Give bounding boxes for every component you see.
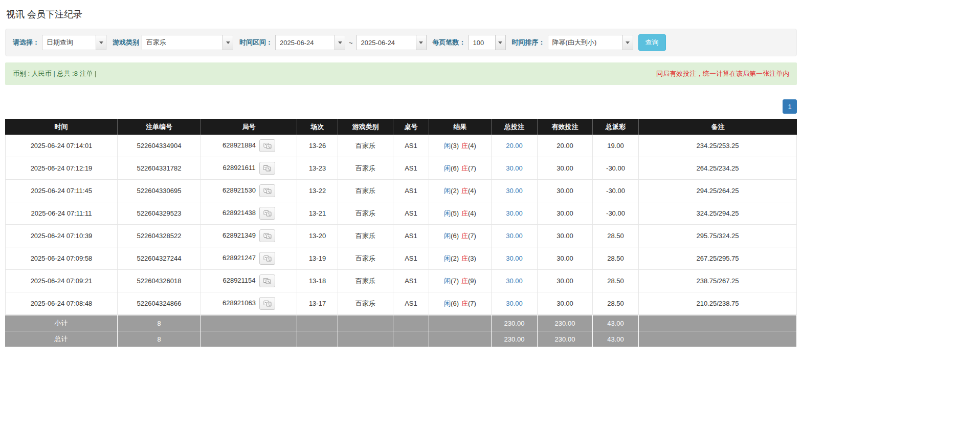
select-mode-caret-button[interactable]	[96, 35, 106, 50]
cell-empty	[429, 315, 492, 331]
dice-cards-icon	[263, 300, 272, 307]
cell-round: 628921438	[201, 202, 297, 225]
cell-empty	[393, 331, 429, 347]
dice-cards-icon	[263, 187, 272, 194]
view-game-detail-button[interactable]	[259, 229, 275, 242]
view-game-detail-button[interactable]	[259, 207, 275, 220]
view-game-detail-button[interactable]	[259, 139, 275, 152]
cell-bet-id: 522604329523	[118, 202, 201, 225]
cell-empty	[429, 331, 492, 347]
banker-result: 庄	[461, 232, 468, 240]
cell-valid-bet: 30.00	[538, 180, 593, 202]
cell-round: 628921884	[201, 135, 297, 157]
time-sort-combo	[548, 35, 633, 50]
cell-empty	[393, 315, 429, 331]
valid-bet-notice: 同局有效投注，统一计算在该局第一张注单内	[656, 69, 789, 78]
col-table-no: 桌号	[393, 119, 429, 135]
subtotal-valid-bet: 230.00	[538, 315, 593, 331]
round-number: 628921154	[222, 277, 255, 284]
cell-session: 13-23	[297, 157, 338, 180]
page-1-button[interactable]: 1	[783, 99, 797, 114]
cell-valid-bet: 30.00	[538, 247, 593, 270]
round-number: 628921530	[222, 186, 256, 194]
cell-session: 13-26	[297, 135, 338, 157]
query-button[interactable]: 查询	[638, 34, 666, 51]
select-mode-input[interactable]	[42, 35, 96, 50]
total-bet-link[interactable]: 30.00	[506, 277, 523, 285]
banker-result: 庄	[461, 209, 468, 217]
page-size-input[interactable]	[469, 35, 495, 50]
caret-down-icon	[338, 41, 342, 44]
view-game-detail-button[interactable]	[259, 162, 275, 175]
player-points: (6)	[451, 164, 459, 172]
cell-table-no: AS1	[393, 247, 429, 270]
table-row: 2025-06-24 07:08:48 522604324866 6289210…	[5, 292, 797, 315]
col-session: 场次	[297, 119, 338, 135]
subtotal-payout: 43.00	[593, 315, 639, 331]
cell-valid-bet: 30.00	[538, 270, 593, 292]
cell-time: 2025-06-24 07:09:58	[5, 247, 118, 270]
cell-time: 2025-06-24 07:14:01	[5, 135, 118, 157]
player-points: (6)	[451, 232, 459, 240]
cell-payout: 28.50	[593, 292, 639, 315]
round-number: 628921611	[222, 164, 255, 172]
banker-points: (9)	[468, 277, 476, 285]
date-from-input[interactable]	[275, 35, 335, 50]
cell-total-bet: 30.00	[492, 157, 538, 180]
banker-points: (7)	[468, 300, 476, 307]
cell-total-bet: 20.00	[492, 135, 538, 157]
date-from-caret-button[interactable]	[335, 35, 345, 50]
cell-total-bet: 30.00	[492, 270, 538, 292]
cell-bet-id: 522604324866	[118, 292, 201, 315]
col-total-bet: 总投注	[492, 119, 538, 135]
round-number: 628921063	[222, 299, 256, 307]
cell-payout: 19.00	[593, 135, 639, 157]
cell-result: 闲(3)庄(4)	[429, 135, 492, 157]
player-result: 闲	[444, 187, 451, 195]
total-bet-link[interactable]: 30.00	[506, 255, 523, 262]
cell-game-type: 百家乐	[338, 157, 393, 180]
game-type-input[interactable]	[142, 35, 222, 50]
page-size-caret-button[interactable]	[495, 35, 506, 50]
col-round: 局号	[201, 119, 297, 135]
cell-valid-bet: 30.00	[538, 225, 593, 247]
time-sort-label: 时间排序：	[512, 38, 545, 47]
total-bet-link[interactable]: 30.00	[506, 164, 523, 172]
date-to-caret-button[interactable]	[416, 35, 427, 50]
total-bet-link[interactable]: 30.00	[506, 232, 523, 240]
cell-remark: 294.25/264.25	[639, 180, 797, 202]
game-type-caret-button[interactable]	[222, 35, 233, 50]
cell-time: 2025-06-24 07:10:39	[5, 225, 118, 247]
currency-total-text: 币别 : 人民币 | 总共 :8 注单 |	[13, 69, 97, 78]
time-sort-input[interactable]	[548, 35, 622, 50]
banker-result: 庄	[461, 277, 468, 285]
caret-down-icon	[419, 41, 423, 44]
cell-result: 闲(7)庄(9)	[429, 270, 492, 292]
dice-cards-icon	[263, 142, 272, 149]
player-points: (2)	[451, 187, 459, 195]
player-result: 闲	[444, 164, 451, 172]
time-sort-caret-button[interactable]	[622, 35, 633, 50]
date-from-combo	[275, 35, 345, 50]
caret-down-icon	[498, 41, 502, 44]
total-bet-link[interactable]: 30.00	[506, 187, 523, 195]
cell-empty	[338, 331, 393, 347]
total-bet-link[interactable]: 30.00	[506, 300, 523, 307]
cell-bet-id: 522604331782	[118, 157, 201, 180]
view-game-detail-button[interactable]	[259, 184, 275, 197]
total-label: 总计	[5, 331, 118, 347]
date-to-input[interactable]	[357, 35, 416, 50]
player-result: 闲	[444, 277, 451, 285]
pagination: 1	[5, 99, 797, 114]
view-game-detail-button[interactable]	[259, 297, 275, 310]
cell-round: 628921530	[201, 180, 297, 202]
cell-payout: -30.00	[593, 157, 639, 180]
cell-game-type: 百家乐	[338, 247, 393, 270]
total-bet-link[interactable]: 20.00	[506, 142, 523, 150]
col-payout: 总派彩	[593, 119, 639, 135]
player-result: 闲	[444, 300, 451, 307]
total-bet-link[interactable]: 30.00	[506, 209, 523, 217]
view-game-detail-button[interactable]	[259, 274, 275, 287]
cell-session: 13-18	[297, 270, 338, 292]
view-game-detail-button[interactable]	[259, 252, 275, 265]
